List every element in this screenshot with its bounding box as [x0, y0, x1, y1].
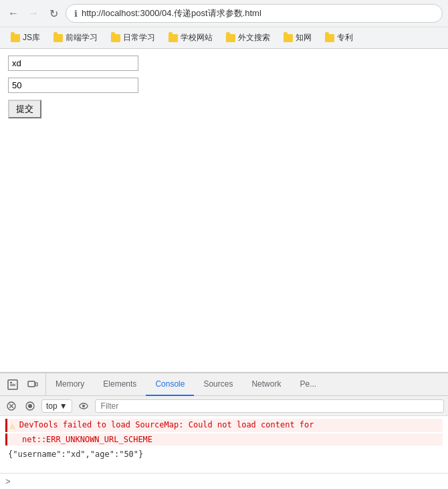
svg-point-7 — [82, 405, 85, 407]
context-label: top — [46, 401, 58, 411]
username-input[interactable] — [8, 56, 138, 71]
devtools-content: ⚠ DevTools failed to load SourceMap: Cou… — [0, 416, 448, 473]
prompt-arrow: > — [5, 476, 11, 486]
tab-memory-label: Memory — [55, 379, 84, 389]
tab-memory[interactable]: Memory — [46, 373, 94, 396]
bookmark-js-lib[interactable]: JS库 — [5, 30, 45, 45]
tab-console-label: Console — [155, 379, 185, 389]
folder-icon — [53, 34, 63, 42]
browser-chrome: ← → ↻ ℹ http://localhost:3000/04.传递post请… — [0, 0, 448, 49]
tab-sources-label: Sources — [203, 379, 233, 389]
bookmark-label: 外文搜索 — [238, 32, 270, 43]
bookmark-label: 前端学习 — [66, 32, 98, 43]
forward-button[interactable]: → — [25, 5, 41, 21]
tab-performance-label: Pe... — [300, 379, 316, 389]
console-log-text: {"username":"xd","age":"50"} — [8, 450, 143, 459]
devtools-icon-group — [0, 373, 46, 395]
svg-point-5 — [28, 404, 32, 408]
tab-elements-label: Elements — [103, 379, 136, 389]
bookmark-daily[interactable]: 日常学习 — [106, 30, 160, 45]
age-input[interactable] — [8, 78, 138, 93]
stop-recording-button[interactable] — [23, 399, 37, 413]
inspect-icon — [7, 379, 18, 390]
clear-console-button[interactable] — [4, 399, 19, 413]
tab-sources[interactable]: Sources — [194, 373, 242, 396]
bookmark-foreign[interactable]: 外文搜索 — [221, 30, 275, 45]
console-input[interactable] — [15, 477, 443, 486]
eye-button[interactable] — [76, 399, 91, 413]
filter-input[interactable] — [95, 399, 444, 413]
svg-rect-1 — [28, 381, 35, 387]
folder-icon — [226, 34, 235, 42]
bookmark-label: 知网 — [296, 32, 312, 43]
bookmark-school[interactable]: 学校网站 — [163, 30, 218, 45]
stop-icon — [25, 401, 35, 411]
bookmark-frontend[interactable]: 前端学习 — [48, 30, 103, 45]
devtools-tabs: Memory Elements Console Sources Network … — [46, 373, 448, 395]
tab-console[interactable]: Console — [146, 373, 194, 396]
bookmark-label: 学校网站 — [181, 32, 213, 43]
lock-icon: ℹ — [74, 9, 78, 19]
reload-button[interactable]: ↻ — [45, 5, 62, 21]
error-line2: net::ERR_UNKNOWN_URL_SCHEME — [5, 433, 443, 446]
folder-icon — [111, 34, 120, 42]
bookmarks-bar: JS库 前端学习 日常学习 学校网站 外文搜索 知网 — [0, 27, 448, 48]
eye-icon — [79, 401, 88, 411]
console-prompt[interactable]: > — [0, 473, 448, 489]
address-bar[interactable]: ℹ http://localhost:3000/04.传递post请求参数.ht… — [66, 4, 443, 23]
svg-rect-2 — [35, 383, 37, 386]
tab-network[interactable]: Network — [242, 373, 290, 396]
submit-button[interactable]: 提交 — [8, 100, 41, 118]
folder-icon — [325, 34, 334, 42]
console-error-sourcemap: ⚠ DevTools failed to load SourceMap: Cou… — [5, 419, 443, 432]
folder-icon — [169, 34, 178, 42]
context-selector[interactable]: top ▼ — [41, 399, 72, 413]
tab-performance[interactable]: Pe... — [290, 373, 326, 396]
inspect-element-button[interactable] — [4, 376, 21, 393]
bookmark-cnki[interactable]: 知网 — [278, 30, 317, 45]
bookmark-label: 专利 — [337, 32, 353, 43]
devtools-sub-toolbar: top ▼ — [0, 396, 448, 416]
device-toggle-button[interactable] — [24, 376, 41, 393]
warning-icon: ⚠ — [10, 421, 15, 431]
tab-elements[interactable]: Elements — [94, 373, 146, 396]
devtools-toolbar: Memory Elements Console Sources Network … — [0, 373, 448, 396]
url-text: http://localhost:3000/04.传递post请求参数.html — [82, 7, 261, 19]
devtools-panel: Memory Elements Console Sources Network … — [0, 372, 448, 489]
clear-icon — [7, 401, 16, 411]
bookmark-patent[interactable]: 专利 — [320, 30, 358, 45]
tab-network-label: Network — [251, 379, 281, 389]
error-text: DevTools failed to load SourceMap: Could… — [19, 420, 314, 429]
folder-icon — [284, 34, 293, 42]
back-button[interactable]: ← — [5, 5, 21, 21]
page-content: 提交 — [0, 49, 448, 357]
bookmark-label: JS库 — [23, 32, 40, 43]
folder-icon — [11, 34, 20, 42]
context-dropdown-icon: ▼ — [60, 401, 68, 411]
bookmark-label: 日常学习 — [123, 32, 155, 43]
device-icon — [27, 379, 38, 390]
console-log-output: {"username":"xd","age":"50"} — [5, 448, 443, 460]
nav-bar: ← → ↻ ℹ http://localhost:3000/04.传递post请… — [0, 0, 448, 27]
